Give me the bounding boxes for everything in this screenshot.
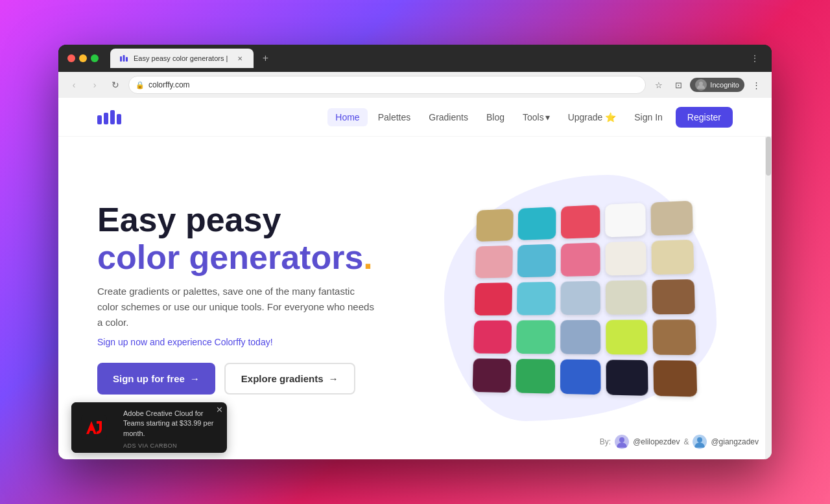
svg-rect-2 (126, 57, 128, 62)
author1-handle: @elilopezdev (633, 437, 680, 446)
explore-gradients-button[interactable]: Explore gradients → (224, 363, 355, 395)
maximize-button[interactable] (91, 54, 99, 62)
color-swatch[interactable] (606, 360, 648, 396)
color-swatch[interactable] (560, 320, 600, 354)
color-swatch[interactable] (561, 205, 600, 238)
author2-handle: @giangzadev (711, 437, 759, 446)
nav-link-tools[interactable]: Tools ▾ (515, 108, 558, 126)
scrollbar-track (765, 137, 772, 459)
color-swatch[interactable] (475, 246, 513, 279)
logo-icon (97, 110, 121, 124)
color-swatch[interactable] (516, 359, 555, 394)
incognito-avatar (695, 79, 707, 91)
logo-bar-1 (97, 115, 102, 124)
color-swatch[interactable] (652, 319, 696, 355)
color-swatch[interactable] (652, 279, 695, 314)
split-view-button[interactable]: ⊡ (670, 77, 686, 93)
signup-button[interactable]: Sign up for free → (97, 363, 215, 395)
incognito-label: Incognito (710, 81, 739, 89)
tools-dropdown-icon: ▾ (545, 112, 550, 122)
new-tab-button[interactable]: + (257, 51, 273, 66)
signin-link[interactable]: Sign In (626, 108, 670, 126)
ad-text: Adobe Creative Cloud for Teams starting … (123, 409, 220, 439)
tab-title: Easy peasy color generators | (134, 54, 228, 62)
nav-link-upgrade[interactable]: Upgrade ⭐ (560, 108, 624, 126)
signup-icon: → (190, 373, 200, 384)
scrollbar-thumb[interactable] (766, 137, 771, 176)
site-logo (97, 110, 121, 124)
nav-link-palettes[interactable]: Palettes (370, 108, 419, 126)
address-bar[interactable]: 🔒 colorffy.com (128, 76, 646, 94)
ad-label: ADS VIA CARBON (123, 442, 220, 449)
color-swatch[interactable] (473, 358, 512, 393)
svg-point-8 (697, 437, 702, 442)
ad-content: ✕ Adobe Creative Cloud for Teams startin… (117, 402, 227, 453)
nav-link-gradients[interactable]: Gradients (421, 108, 476, 126)
nav-link-home[interactable]: Home (327, 108, 367, 126)
browser-window: Easy peasy color generators | ✕ + ⋮ ‹ › … (58, 45, 772, 459)
forward-button[interactable]: › (87, 77, 102, 93)
color-swatch[interactable] (651, 240, 694, 275)
hero-subtitle: Create gradients or palettes, save one o… (97, 284, 376, 330)
explore-icon: → (329, 373, 338, 384)
color-swatch[interactable] (517, 244, 556, 278)
color-swatch[interactable] (560, 360, 601, 395)
color-swatch[interactable] (518, 207, 556, 240)
active-tab[interactable]: Easy peasy color generators | ✕ (110, 49, 254, 68)
toolbar-right: ☆ ⊡ Incognito ⋮ (651, 77, 764, 93)
color-swatch[interactable] (476, 209, 514, 242)
lock-icon: 🔒 (136, 81, 145, 89)
color-swatch[interactable] (606, 280, 647, 314)
color-swatch[interactable] (517, 282, 556, 315)
nav-link-blog[interactable]: Blog (479, 108, 512, 126)
color-swatch[interactable] (560, 281, 600, 315)
footer-attribution: By: @elilopezdev & @giangzadev (600, 435, 759, 449)
tab-close-button[interactable]: ✕ (235, 54, 244, 63)
color-swatch[interactable] (516, 320, 555, 354)
hero-cta-link[interactable]: Sign up now and experience Colorffy toda… (97, 337, 402, 347)
logo-bar-3 (110, 110, 115, 124)
ad-image (71, 402, 117, 453)
hero-title: Easy peasy color generators. (97, 201, 402, 275)
browser-titlebar: Easy peasy color generators | ✕ + ⋮ (58, 45, 772, 72)
minimize-button[interactable] (79, 54, 87, 62)
page-content: Home Palettes Gradients Blog Tools ▾ Upg… (58, 98, 772, 459)
logo-bar-4 (117, 114, 121, 124)
color-swatch[interactable] (605, 241, 646, 275)
svg-rect-1 (123, 55, 125, 62)
logo-bar-2 (104, 113, 108, 124)
svg-point-6 (619, 437, 624, 442)
color-swatch[interactable] (561, 242, 600, 276)
traffic-lights (67, 54, 99, 62)
back-button[interactable]: ‹ (66, 77, 82, 93)
hero-title-line1: Easy peasy (97, 201, 281, 238)
incognito-badge[interactable]: Incognito (690, 78, 744, 92)
color-swatch[interactable] (475, 282, 513, 315)
close-button[interactable] (67, 54, 75, 62)
browser-options-button[interactable]: ⋮ (748, 77, 764, 93)
reload-button[interactable]: ↻ (108, 77, 123, 93)
hero-visual (428, 203, 733, 393)
ad-banner: ✕ Adobe Creative Cloud for Teams startin… (71, 402, 227, 453)
hero-title-accent: color generators. (97, 238, 373, 276)
browser-menu-button[interactable]: ⋮ (747, 51, 763, 66)
author1-avatar (615, 435, 629, 449)
browser-tabs: Easy peasy color generators | ✕ + (110, 49, 742, 68)
hero-buttons: Sign up for free → Explore gradients → (97, 363, 402, 395)
url-text: colorffy.com (148, 80, 639, 89)
color-swatch[interactable] (606, 320, 648, 355)
browser-toolbar: ‹ › ↻ 🔒 colorffy.com ☆ ⊡ Incognito ⋮ (58, 72, 772, 98)
hero-text: Easy peasy color generators. Create grad… (97, 201, 402, 394)
hero-section: Easy peasy color generators. Create grad… (58, 137, 772, 459)
register-button[interactable]: Register (676, 107, 733, 128)
bookmark-button[interactable]: ☆ (651, 77, 667, 93)
site-navbar: Home Palettes Gradients Blog Tools ▾ Upg… (58, 98, 772, 137)
color-swatch[interactable] (605, 203, 646, 237)
ad-close-button[interactable]: ✕ (216, 405, 223, 415)
color-swatch[interactable] (653, 360, 697, 397)
color-swatch[interactable] (650, 201, 693, 236)
author2-avatar (693, 435, 707, 449)
tab-favicon (119, 54, 128, 63)
color-swatch[interactable] (473, 320, 512, 353)
svg-rect-0 (120, 56, 122, 62)
